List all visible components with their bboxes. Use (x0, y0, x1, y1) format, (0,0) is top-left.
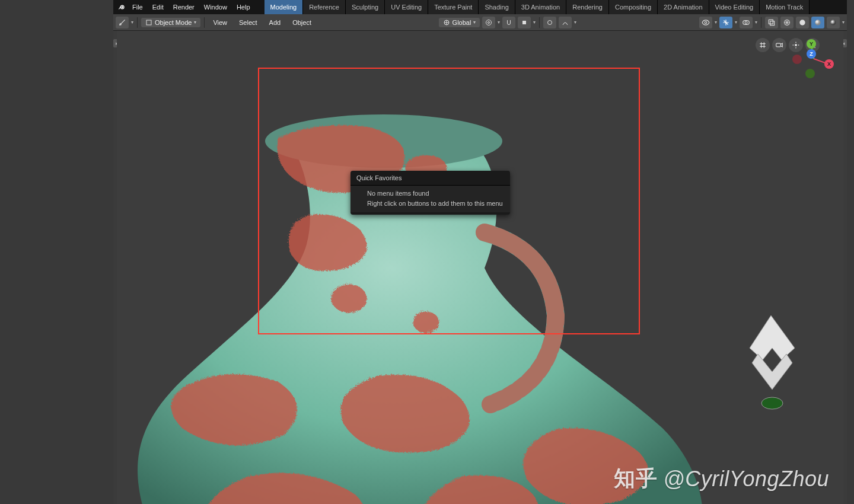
svg-point-17 (830, 20, 836, 25)
shading-matpreview[interactable] (811, 17, 824, 28)
menu-select[interactable]: Select (234, 19, 262, 26)
visibility-dropdown[interactable] (699, 17, 712, 28)
shading-rendered[interactable] (827, 17, 840, 28)
letterbox-right (847, 0, 854, 504)
grid-icon[interactable] (756, 38, 770, 52)
popup-line-1: No menu items found (367, 189, 503, 199)
ws-modeling[interactable]: Modeling (265, 0, 304, 14)
svg-point-6 (486, 20, 492, 25)
camera-icon[interactable] (772, 38, 786, 52)
watermark-prefix: 知乎 (614, 464, 657, 493)
menu-edit[interactable]: Edit (148, 0, 168, 14)
menubar: File Edit Render Window Help Modeling Re… (113, 0, 847, 14)
editor-type-icon[interactable] (116, 17, 129, 28)
chevron-down-icon: ▾ (131, 20, 133, 25)
svg-point-15 (799, 20, 805, 25)
viewport-canvas[interactable]: Quick Favorites No menu items found Righ… (117, 31, 843, 504)
separator (761, 17, 761, 28)
menu-window[interactable]: Window (199, 0, 232, 14)
chevron-down-icon: ▾ (533, 20, 536, 25)
overlays-toggle[interactable] (740, 17, 753, 28)
popup-body: No menu items found Right click on butto… (350, 186, 510, 212)
axis-neg-x-ball[interactable] (792, 55, 802, 64)
svg-rect-7 (522, 21, 526, 24)
svg-point-22 (761, 397, 783, 409)
chevron-down-icon: ▾ (194, 20, 196, 25)
ws-3d-animation[interactable]: 3D Animation (515, 0, 566, 14)
axis-x-ball[interactable]: X (824, 59, 834, 69)
blender-logo-icon[interactable] (116, 0, 128, 14)
axis-y-ball[interactable]: Y (807, 39, 816, 49)
camera-object[interactable] (735, 315, 807, 410)
shading-wireframe[interactable] (780, 17, 794, 28)
workspace-tabs: Modeling Reference Sculpting UV Editing … (265, 0, 810, 14)
axis-z-ball[interactable]: Z (807, 49, 816, 59)
ws-rendering[interactable]: Rendering (566, 0, 609, 14)
svg-rect-23 (776, 43, 781, 47)
svg-rect-3 (146, 20, 151, 25)
mode-label: Object Mode (155, 19, 192, 26)
ws-2d-animation[interactable]: 2D Animation (658, 0, 709, 14)
gizmo-toggle[interactable] (719, 17, 732, 28)
ws-uv-editing[interactable]: UV Editing (385, 0, 428, 14)
quick-favorites-popup: Quick Favorites No menu items found Righ… (350, 171, 510, 215)
svg-rect-12 (769, 20, 773, 24)
axis-neg-y-ball[interactable] (805, 69, 815, 78)
popup-title: Quick Favorites (350, 171, 510, 186)
svg-point-5 (488, 21, 490, 23)
menu-help[interactable]: Help (232, 0, 255, 14)
svg-point-16 (815, 20, 820, 25)
svg-point-9 (705, 21, 707, 24)
mode-dropdown[interactable]: Object Mode ▾ (141, 18, 200, 27)
ws-video-editing[interactable]: Video Editing (709, 0, 760, 14)
axis-gizmo[interactable]: X Y Z (792, 37, 835, 79)
proportional-falloff[interactable] (559, 17, 572, 28)
chevron-down-icon: ▾ (473, 20, 476, 25)
ws-motion-track[interactable]: Motion Track (760, 0, 810, 14)
snap-options[interactable] (518, 17, 531, 28)
ws-texture-paint[interactable]: Texture Paint (428, 0, 479, 14)
ws-compositing[interactable]: Compositing (609, 0, 658, 14)
app-frame: File Edit Render Window Help Modeling Re… (113, 0, 847, 504)
orientation-label: Global (453, 19, 471, 26)
chevron-down-icon: ▾ (574, 20, 576, 25)
menu-view[interactable]: View (208, 19, 232, 26)
menu-render[interactable]: Render (168, 0, 199, 14)
ws-reference[interactable]: Reference (303, 0, 346, 14)
separator (539, 17, 540, 28)
orientation-dropdown[interactable]: Global ▾ (439, 18, 480, 27)
svg-point-1 (122, 7, 123, 8)
separator (137, 17, 138, 28)
ws-sculpting[interactable]: Sculpting (346, 0, 385, 14)
chevron-down-icon: ▾ (498, 20, 500, 25)
menu-object[interactable]: Object (288, 19, 316, 26)
watermark: 知乎 @CyrilYongZhou (614, 464, 829, 493)
ws-shading[interactable]: Shading (479, 0, 515, 14)
svg-point-8 (548, 20, 552, 24)
letterbox-left (0, 0, 113, 504)
shading-solid[interactable] (796, 17, 809, 28)
snap-toggle[interactable] (502, 17, 515, 28)
chevron-down-icon: ▾ (735, 20, 737, 25)
chevron-down-icon: ▾ (842, 20, 845, 25)
chevron-down-icon: ▾ (715, 20, 717, 25)
chevron-down-icon: ▾ (755, 20, 757, 25)
separator (204, 17, 205, 28)
menu-add[interactable]: Add (265, 19, 286, 26)
header-toolbar: ▾ Object Mode ▾ View Select Add Object G… (113, 14, 847, 31)
svg-rect-13 (770, 21, 775, 25)
proportional-toggle[interactable] (543, 17, 556, 28)
menu-file[interactable]: File (128, 0, 148, 14)
xray-toggle[interactable] (765, 17, 778, 28)
watermark-handle: @CyrilYongZhou (663, 467, 829, 492)
viewport-3d[interactable]: ▸ ◂ (113, 31, 847, 504)
pivot-dropdown[interactable] (482, 17, 495, 28)
popup-line-2: Right click on buttons to add them to th… (367, 199, 503, 209)
